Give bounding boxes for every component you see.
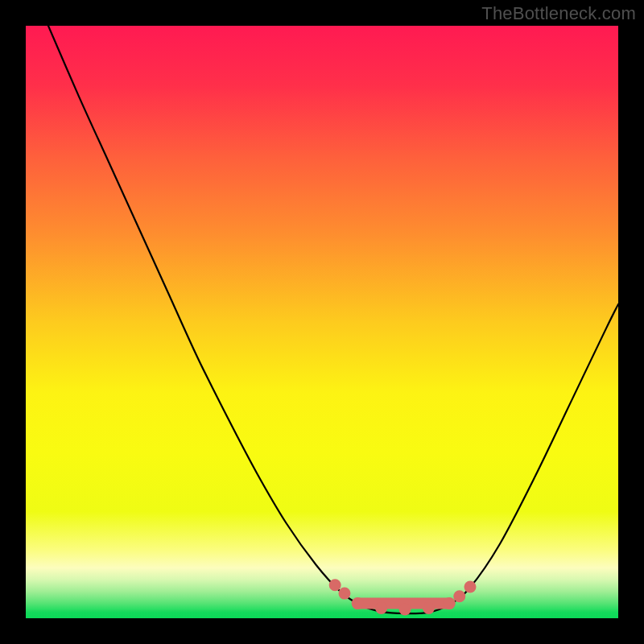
svg-point-3 bbox=[338, 588, 350, 600]
svg-point-2 bbox=[329, 579, 341, 591]
svg-point-4 bbox=[352, 597, 364, 609]
chart-container: { "watermark": "TheBottleneck.com", "cha… bbox=[0, 0, 644, 644]
gradient-background bbox=[26, 26, 618, 618]
svg-point-5 bbox=[375, 602, 387, 614]
svg-point-6 bbox=[399, 603, 411, 615]
svg-point-7 bbox=[423, 602, 435, 614]
svg-point-9 bbox=[453, 590, 465, 602]
watermark-label: TheBottleneck.com bbox=[481, 3, 636, 24]
bottleneck-chart bbox=[0, 0, 644, 644]
svg-point-8 bbox=[444, 597, 456, 609]
svg-point-10 bbox=[464, 580, 477, 592]
